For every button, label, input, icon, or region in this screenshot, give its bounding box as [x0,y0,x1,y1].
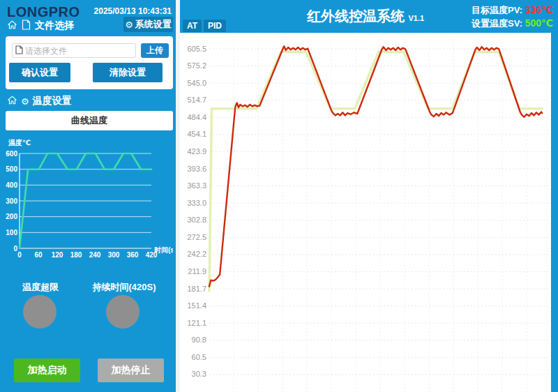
temperature-settings-nav: ⚙ 温度设置 [7,94,72,108]
file-select-input[interactable] [25,46,130,56]
y-tick-label: 211.9 [188,267,206,276]
duration-label: 持续时间(420S) [89,281,159,294]
x-tick-label: 180 [70,251,82,259]
y-tick-label: 600 [6,150,17,158]
y-tick-label: 242.2 [187,250,206,258]
y-tick-label: 575.2 [187,61,206,70]
curve-temperature-button[interactable]: 曲线温度 [6,111,173,130]
temperature-settings-label: 温度设置 [33,95,72,107]
heating-start-button[interactable]: 加热启动 [14,359,80,382]
y-tick-label: 200 [6,213,17,220]
app-logo: LONGPRO [7,4,80,20]
y-tick-label: 454.1 [187,130,206,138]
y-tick-label: 30.3 [192,370,206,378]
duration-indicator [106,295,140,329]
file-input-wrap [12,43,136,58]
system-settings-label: 系统设置 [135,18,172,31]
version-label: V1.1 [408,14,424,22]
y-tick-label: 514.7 [187,96,206,104]
y-tick-label: 400 [6,181,17,189]
over-limit-indicator [23,295,56,329]
realtime-temperature-chart: 605.5575.2545.0514.7484.4454.1423.9393.6… [180,33,551,392]
upload-button[interactable]: 上传 [141,43,169,58]
pv-sv-readout: 目标温度PV: 336℃ 设置温度SV: 500℃ [472,3,553,30]
x-tick-label: 240 [89,251,101,259]
y-tick-label: 484.4 [187,113,206,121]
y-tick-label: 545.0 [187,79,206,87]
confirm-settings-button[interactable]: 确认设置 [9,63,70,82]
y-tick-label: 500 [6,165,17,173]
y-tick-label: 300 [6,197,17,205]
home-icon[interactable] [7,95,17,108]
pv-value: 336℃ [525,4,553,15]
gear-icon: ⚙ [21,97,29,106]
y-tick-label: 90.8 [192,336,206,344]
file-selection-panel: 上传 确认设置 清除设置 [6,36,173,89]
file-icon [15,45,23,57]
gear-icon: ⚙ [125,20,133,29]
profile-ylabel: 温度℃ [8,139,31,146]
sv-readout: 设置温度SV: 500℃ [472,17,553,30]
realtime-chart-area: 605.5575.2545.0514.7484.4454.1423.9393.6… [180,33,551,392]
over-limit-label: 温度超限 [13,281,68,294]
pv-readout: 目标温度PV: 336℃ [472,3,553,17]
pv-label: 目标温度PV: [472,5,522,15]
x-tick-label: 300 [108,251,120,259]
y-tick-label: 363.3 [187,181,206,190]
y-tick-label: 333.0 [187,199,206,207]
left-panel: LONGPRO 2025/03/13 10:43:31 文件选择 ⚙ 系统设置 … [0,0,176,392]
y-tick-label: 60.5 [192,353,206,361]
y-tick-label: 605.5 [187,45,206,53]
datetime-display: 2025/03/13 10:43:31 [94,6,172,16]
y-tick-label: 100 [6,229,17,236]
pv-curve [209,46,542,286]
y-tick-label: 181.7 [187,285,206,293]
main-area: AT PID 红外线控温系统 V1.1 目标温度PV: 336℃ 设置温度SV:… [180,0,558,392]
system-settings-button[interactable]: ⚙ 系统设置 [123,17,173,32]
sv-curve [209,52,542,292]
clear-settings-button[interactable]: 清除设置 [93,63,163,82]
y-tick-label: 151.4 [187,301,206,310]
x-tick-label: 360 [127,251,139,259]
temperature-profile-chart: 温度℃0100200300400500600060120180240300360… [6,135,173,265]
file-select-nav: 文件选择 [7,19,74,33]
x-tick-label: 0 [17,251,22,259]
y-tick-label: 423.9 [187,147,206,156]
sv-label: 设置温度SV: [472,18,522,29]
file-select-label: 文件选择 [35,20,74,32]
sv-value: 500℃ [525,17,553,29]
x-tick-label: 60 [34,251,43,259]
x-tick-label: 120 [52,251,63,259]
y-tick-label: 393.6 [187,165,206,173]
profile-xlabel: 时间(s) [154,246,173,254]
y-tick-label: 121.1 [187,319,206,327]
document-icon [22,20,31,33]
heating-stop-button[interactable]: 加热停止 [98,359,164,382]
home-icon[interactable] [7,20,17,33]
y-tick-label: 272.5 [187,233,206,241]
y-tick-label: 302.8 [187,216,206,224]
